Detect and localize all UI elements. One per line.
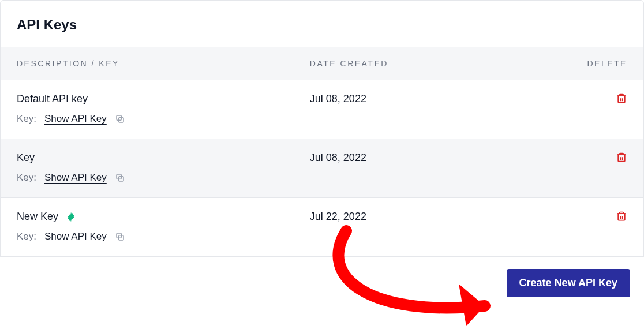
create-new-api-key-button[interactable]: Create New API Key xyxy=(507,269,630,297)
date-created: Jul 08, 2022 xyxy=(310,152,366,164)
api-keys-panel: API Keys DESCRIPTION / KEY DATE CREATED … xyxy=(0,0,644,257)
key-name: Default API key xyxy=(17,93,125,105)
key-label: Key: xyxy=(17,231,36,242)
footer-actions: Create New API Key xyxy=(0,257,644,309)
column-header-description: DESCRIPTION / KEY xyxy=(17,59,310,68)
trash-icon[interactable] xyxy=(542,152,627,163)
table-row: Default API key Key: Show API Key Jul 08… xyxy=(1,80,643,139)
svg-rect-2 xyxy=(618,96,625,103)
copy-icon[interactable] xyxy=(115,114,125,124)
new-badge-icon xyxy=(65,211,77,223)
key-label: Key: xyxy=(17,172,36,184)
svg-rect-8 xyxy=(618,214,625,220)
show-api-key-link[interactable]: Show API Key xyxy=(44,113,107,125)
key-name: Key xyxy=(17,152,125,164)
table-row: Key Key: Show API Key Jul 08, 2022 xyxy=(1,139,643,198)
panel-header: API Keys xyxy=(1,1,643,47)
svg-rect-5 xyxy=(618,155,625,162)
copy-icon[interactable] xyxy=(115,173,125,183)
copy-icon[interactable] xyxy=(115,231,125,242)
trash-icon[interactable] xyxy=(542,211,627,222)
table-row: New Key Key: Show API Key Jul 22, 2022 xyxy=(1,198,643,257)
table-header-row: DESCRIPTION / KEY DATE CREATED DELETE xyxy=(1,47,643,80)
column-header-delete: DELETE xyxy=(542,59,627,68)
show-api-key-link[interactable]: Show API Key xyxy=(44,172,107,184)
column-header-date: DATE CREATED xyxy=(310,59,542,68)
key-name: New Key xyxy=(17,211,58,223)
date-created: Jul 08, 2022 xyxy=(310,93,366,105)
trash-icon[interactable] xyxy=(542,93,627,104)
key-label: Key: xyxy=(17,113,36,125)
page-title: API Keys xyxy=(17,17,627,33)
date-created: Jul 22, 2022 xyxy=(310,211,366,223)
show-api-key-link[interactable]: Show API Key xyxy=(44,231,107,242)
